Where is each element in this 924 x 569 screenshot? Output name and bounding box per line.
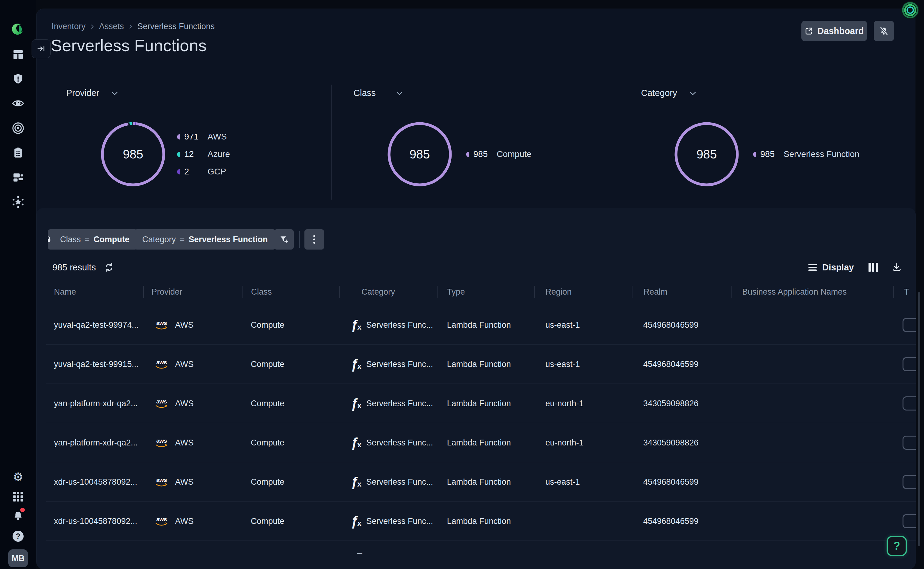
concentric-rings-logo[interactable]	[901, 1, 920, 20]
column-header-category[interactable]: Category	[362, 287, 395, 297]
mute-notifications-button[interactable]	[874, 21, 894, 41]
column-header-provider[interactable]: Provider	[152, 287, 182, 297]
table-row[interactable]: yan-platform-xdr-qa2...awsAWSComputeƒxSe…	[36, 423, 916, 462]
column-header-name[interactable]: Name	[54, 287, 76, 297]
column-header-t[interactable]: T	[904, 287, 909, 297]
legend-item: 12Azure	[177, 149, 230, 160]
class-legend: 985Compute	[466, 149, 532, 160]
legend-label: Compute	[497, 149, 532, 159]
column-divider	[731, 286, 732, 298]
aws-logo-icon: aws	[153, 320, 170, 330]
cell-type: Lambda Function	[447, 517, 511, 526]
cell-category: ƒxServerless Func...	[351, 318, 433, 332]
table-row[interactable]: yuval-qa2-test-99915...awsAWSComputeƒxSe…	[36, 345, 916, 384]
cell-category: ƒxServerless Func...	[351, 397, 433, 410]
scrollbar[interactable]	[918, 292, 920, 546]
column-header-region[interactable]: Region	[546, 287, 572, 297]
provider-label: AWS	[175, 360, 194, 369]
app-screen: ⚙ ? MB	[0, 0, 924, 569]
column-header-type[interactable]: Type	[447, 287, 465, 297]
partial-row-placeholder: –	[357, 548, 362, 558]
table-row[interactable]: yan-platform-xdr-qa2...awsAWSComputeƒxSe…	[36, 384, 916, 423]
add-filter-button[interactable]	[274, 229, 294, 250]
chevron-down-icon[interactable]	[690, 92, 696, 95]
chevron-down-icon[interactable]	[112, 92, 118, 95]
cell-provider: awsAWS	[153, 477, 194, 487]
help-fab-button[interactable]: ?	[887, 536, 907, 556]
legend-count: 985	[473, 149, 492, 159]
cell-name: yan-platform-xdr-qa2...	[54, 438, 138, 447]
column-header-class[interactable]: Class	[251, 287, 272, 297]
sidebar-item-attack-paths[interactable]	[9, 120, 27, 137]
legend-item: 971AWS	[177, 131, 230, 142]
dashboard-button-label: Dashboard	[817, 26, 863, 36]
serverless-function-icon: ƒx	[351, 514, 362, 528]
cell-realm: 454968046599	[643, 477, 698, 487]
cell-name: yuval-qa2-test-99915...	[54, 360, 138, 369]
orca-logo-icon	[11, 22, 26, 37]
aws-logo-icon: aws	[153, 438, 170, 447]
sidebar-item-settings[interactable]: ⚙	[9, 469, 27, 485]
sidebar-item-inventory[interactable]	[9, 169, 27, 186]
dashboard-button[interactable]: Dashboard	[801, 21, 867, 41]
class-donut-total: 985	[386, 120, 453, 188]
cell-realm: 454968046599	[643, 320, 698, 330]
cell-name: yuval-qa2-test-99974...	[54, 320, 138, 330]
provider-chart-dropdown[interactable]: Provider	[66, 88, 99, 98]
sidebar-item-apps[interactable]	[9, 488, 27, 505]
orca-logo[interactable]	[9, 21, 27, 38]
provider-label: AWS	[175, 477, 194, 487]
divider	[299, 231, 300, 248]
divider	[619, 85, 619, 199]
sidebar-item-ai[interactable]	[9, 193, 27, 211]
breadcrumb-inventory[interactable]: Inventory	[52, 22, 85, 31]
collapse-panel-icon	[37, 44, 46, 53]
filter-chip-class[interactable]: Class = Compute	[48, 229, 137, 250]
column-header-business-application-names[interactable]: Business Application Names	[742, 287, 847, 297]
sidebar-item-notifications[interactable]	[9, 507, 27, 524]
cell-category: ƒxServerless Func...	[351, 475, 433, 489]
sidebar-item-dashboards[interactable]	[9, 46, 27, 63]
sidebar-item-discovery[interactable]	[9, 95, 27, 112]
table-row[interactable]: yuval-qa2-test-99974...awsAWSComputeƒxSe…	[36, 305, 916, 345]
legend-item: 985Compute	[466, 149, 532, 160]
serverless-function-icon: ƒx	[351, 358, 362, 371]
column-header-realm[interactable]: Realm	[643, 287, 667, 297]
lock-icon	[48, 236, 52, 243]
cell-class: Compute	[251, 477, 284, 487]
collapse-panel-button[interactable]	[32, 39, 50, 58]
sidebar-item-alerts[interactable]	[9, 70, 27, 87]
legend-item: 985Serverless Function	[753, 149, 859, 160]
category-label: Serverless Func...	[366, 399, 433, 408]
category-chart-dropdown[interactable]: Category	[641, 88, 677, 98]
refresh-icon[interactable]	[104, 262, 114, 272]
cell-region: eu-north-1	[546, 438, 584, 447]
breadcrumb-assets[interactable]: Assets	[99, 22, 124, 31]
download-icon[interactable]	[892, 262, 902, 272]
class-donut-chart: 985	[386, 120, 453, 188]
aws-logo-icon: aws	[153, 359, 170, 369]
sidebar-item-compliance[interactable]	[9, 144, 27, 161]
aws-logo-icon: aws	[153, 399, 170, 408]
class-chart-dropdown[interactable]: Class	[354, 88, 376, 98]
user-avatar[interactable]: MB	[8, 549, 28, 567]
columns-icon[interactable]	[869, 263, 878, 272]
shield-alert-icon	[12, 73, 24, 85]
panels-icon	[12, 49, 24, 61]
cell-region: us-east-1	[546, 360, 580, 369]
apps-grid-icon	[13, 491, 23, 502]
table-row[interactable]: xdr-us-10045878092...awsAWSComputeƒxServ…	[36, 502, 916, 541]
table-row[interactable]: xdr-us-10045878092...awsAWSComputeƒxServ…	[36, 462, 916, 502]
sidebar-item-help[interactable]: ?	[9, 528, 27, 545]
filter-menu-button[interactable]	[304, 229, 324, 250]
display-button[interactable]: Display	[822, 262, 854, 272]
cell-category: ƒxServerless Func...	[351, 514, 433, 528]
column-divider	[632, 286, 632, 298]
cell-realm: 343059098826	[643, 399, 698, 408]
hamburger-icon[interactable]	[808, 264, 817, 271]
filter-chip-category[interactable]: Category = Serverless Function	[134, 229, 276, 250]
chevron-down-icon[interactable]	[397, 92, 403, 95]
cell-type: Lambda Function	[447, 320, 511, 330]
breadcrumb: Inventory Assets Serverless Functions	[52, 22, 214, 31]
ai-spark-icon	[12, 196, 24, 208]
